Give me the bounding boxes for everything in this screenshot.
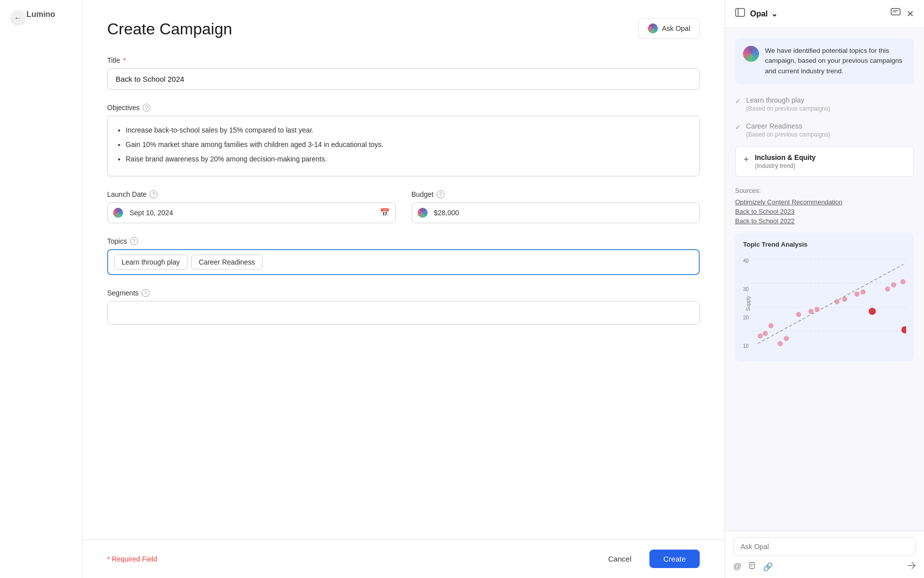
create-button[interactable]: Create xyxy=(649,550,700,568)
inclusion-equity-card[interactable]: + Inclusion & Equity (Industry trend) xyxy=(735,146,914,177)
source-link-2[interactable]: Back to School 2023 xyxy=(735,208,914,215)
footer-icon-group: @ 🔗 xyxy=(733,562,773,572)
required-field-text: * Required Field xyxy=(107,555,157,563)
y-tick-20: 20 xyxy=(743,315,749,320)
opal-avatar xyxy=(743,46,759,62)
svg-point-18 xyxy=(834,299,839,304)
source-link-3[interactable]: Back to School 2022 xyxy=(735,217,914,225)
topics-field-group: Topics ? Learn through play Career Readi… xyxy=(107,237,700,275)
svg-point-10 xyxy=(758,333,763,338)
chart-svg xyxy=(753,254,906,351)
objectives-help-icon[interactable]: ? xyxy=(143,104,151,112)
inclusion-sub: (Industry trend) xyxy=(755,162,816,169)
svg-point-20 xyxy=(854,291,859,296)
y-tick-10: 10 xyxy=(743,343,749,349)
budget-group: Budget ? xyxy=(412,190,700,223)
svg-point-13 xyxy=(777,341,782,346)
svg-point-14 xyxy=(784,336,789,341)
form-footer: * Required Field Cancel Create xyxy=(82,539,725,578)
title-label: Title * xyxy=(107,56,700,64)
opal-message-text: We have identified potential topics for … xyxy=(765,46,906,76)
svg-point-12 xyxy=(769,323,773,328)
back-button[interactable]: ← xyxy=(10,10,26,26)
objectives-field-group: Objectives ? Increase back-to-school sal… xyxy=(107,104,700,176)
ask-opal-input[interactable] xyxy=(733,537,916,556)
opal-title: Opal xyxy=(750,9,768,18)
opal-header-left: Opal ⌄ xyxy=(735,8,777,19)
opal-header: Opal ⌄ ✕ xyxy=(725,0,924,28)
opal-icon xyxy=(648,23,658,33)
topic-suggestion-title-1: Learn through play xyxy=(746,96,830,104)
footer-actions: Cancel Create xyxy=(596,550,700,568)
page-title: Create Campaign xyxy=(107,20,700,38)
main-content: Ask Opal Create Campaign Title * Objecti… xyxy=(82,0,725,578)
sidebar-toggle-icon xyxy=(735,8,745,17)
source-link-1[interactable]: Optimizely Content Recommendation xyxy=(735,198,914,206)
topics-input-field[interactable]: Learn through play Career Readiness xyxy=(107,249,700,275)
chart-y-label: Supply xyxy=(746,296,751,311)
topic-suggestion-learn-through-play: ✓ Learn through play (Based on previous … xyxy=(735,94,914,114)
attach-button[interactable] xyxy=(748,562,756,572)
objective-item-3: Raise brand awareness by 20% among decis… xyxy=(126,153,691,165)
opal-title-button[interactable]: Opal ⌄ xyxy=(750,9,777,18)
topic-suggestion-sub-2: (Based on previous campaigns) xyxy=(746,131,830,138)
segments-help-icon[interactable]: ? xyxy=(142,289,150,297)
topic-trend-chart: Topic Trend Analysis 40 30 20 10 Supply xyxy=(735,233,914,361)
svg-point-24 xyxy=(891,282,896,287)
opal-message-box: We have identified potential topics for … xyxy=(735,38,914,84)
budget-input-wrapper xyxy=(412,202,700,223)
svg-point-26 xyxy=(902,326,906,333)
check-icon-career-readiness: ✓ xyxy=(735,123,741,131)
check-icon-learn-through-play: ✓ xyxy=(735,97,741,105)
date-input-wrapper: 📅 xyxy=(107,202,396,223)
svg-rect-27 xyxy=(750,563,755,569)
budget-label: Budget ? xyxy=(412,190,700,198)
close-panel-button[interactable]: ✕ xyxy=(907,8,914,19)
ask-opal-button[interactable]: Ask Opal xyxy=(638,18,700,39)
left-sidebar: ← Lumino xyxy=(0,0,82,578)
budget-help-icon[interactable]: ? xyxy=(437,190,445,198)
launch-date-label: Launch Date ? xyxy=(107,190,396,198)
topic-tag-learn-through-play[interactable]: Learn through play xyxy=(114,255,187,270)
topics-label: Topics ? xyxy=(107,237,700,245)
ask-opal-label: Ask Opal xyxy=(662,24,690,32)
title-required-star: * xyxy=(123,56,126,64)
sources-section: Sources: Optimizely Content Recommendati… xyxy=(735,187,914,225)
launch-date-group: Launch Date ? 📅 xyxy=(107,190,396,223)
title-field-group: Title * xyxy=(107,56,700,90)
chat-history-button[interactable] xyxy=(891,8,901,19)
chart-title: Topic Trend Analysis xyxy=(743,241,906,248)
chat-history-icon xyxy=(891,8,901,17)
cancel-button[interactable]: Cancel xyxy=(596,550,643,568)
segments-field-group: Segments ? xyxy=(107,289,700,325)
opal-body: We have identified potential topics for … xyxy=(725,28,924,531)
topic-tag-career-readiness[interactable]: Career Readiness xyxy=(191,255,263,270)
date-opal-icon xyxy=(113,208,123,218)
send-button[interactable] xyxy=(907,561,916,572)
opal-footer-icons: @ 🔗 xyxy=(733,561,916,572)
launch-date-input[interactable] xyxy=(107,202,396,223)
topic-suggestions-list: ✓ Learn through play (Based on previous … xyxy=(735,94,914,140)
sources-label: Sources: xyxy=(735,187,914,194)
send-icon xyxy=(907,561,916,570)
date-budget-row: Launch Date ? 📅 Budget ? xyxy=(107,190,700,223)
topics-help-icon[interactable]: ? xyxy=(130,237,138,245)
launch-date-help-icon[interactable]: ? xyxy=(150,190,157,198)
svg-point-23 xyxy=(885,286,890,291)
opal-chevron-icon: ⌄ xyxy=(771,9,777,18)
calendar-icon[interactable]: 📅 xyxy=(380,208,390,217)
objectives-display[interactable]: Increase back-to-school sales by 15% com… xyxy=(107,116,700,176)
opal-header-right: ✕ xyxy=(891,8,914,19)
mention-button[interactable]: @ xyxy=(733,562,741,572)
svg-point-19 xyxy=(842,296,847,301)
svg-point-11 xyxy=(763,331,768,336)
sidebar-toggle-button[interactable] xyxy=(735,8,745,19)
budget-input[interactable] xyxy=(412,202,700,223)
opal-footer: @ 🔗 xyxy=(725,531,924,578)
sidebar-logo: Lumino xyxy=(26,10,55,19)
title-input[interactable] xyxy=(107,68,700,90)
svg-point-25 xyxy=(901,279,906,284)
link-button[interactable]: 🔗 xyxy=(763,562,773,572)
segments-input[interactable] xyxy=(107,301,700,325)
svg-line-9 xyxy=(758,264,903,343)
